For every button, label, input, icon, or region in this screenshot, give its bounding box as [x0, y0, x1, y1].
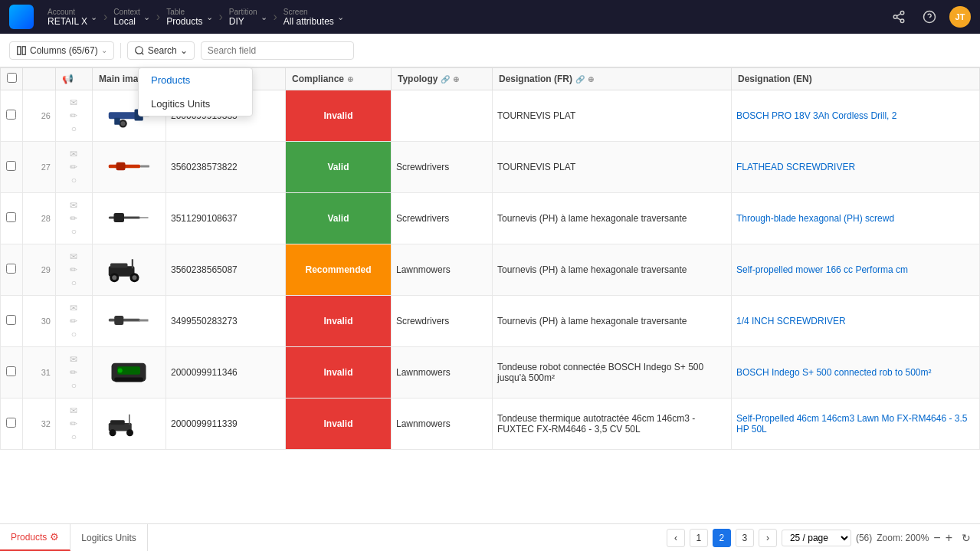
designation-fr-cell: Tondeuse robot connectée BOSCH Indego S+… [492, 347, 731, 398]
row-checkbox[interactable] [6, 418, 16, 428]
ean-cell: 2000099911346 [166, 347, 285, 398]
compliance-cell: Invalid [285, 296, 391, 347]
svg-rect-32 [115, 316, 124, 325]
svg-rect-11 [109, 112, 138, 119]
svg-rect-18 [140, 165, 149, 167]
designation-fr-col-label: Designation (FR) [499, 74, 572, 84]
partition-label: Partition [229, 8, 257, 16]
page-3-button[interactable]: 3 [736, 529, 754, 547]
edit-icon[interactable]: ✏ [70, 418, 77, 429]
image-cell [92, 244, 166, 296]
per-page-select[interactable]: 25 / page 50 / page 100 / page [782, 530, 851, 546]
ean-cell: 2000099911339 [166, 398, 285, 450]
breadcrumb-account[interactable]: Account RETAIL X ⌄ [43, 8, 102, 27]
edit-icon[interactable]: ✏ [70, 213, 77, 224]
app-logo[interactable] [9, 5, 34, 29]
col-header-typology: Typology 🔗 ⊕ [391, 68, 492, 90]
row-checkbox[interactable] [6, 315, 16, 325]
footer-tab-logistics[interactable]: Logitics Units [70, 524, 147, 551]
message-icon[interactable]: ✉ [70, 149, 77, 159]
col-header-designation-fr: Designation (FR) 🔗 ⊕ [492, 68, 731, 90]
row-checkbox-cell [1, 244, 23, 296]
edit-icon[interactable]: ✏ [70, 316, 77, 326]
table-row: 32 ✉ ✏ ○ 2000099911339 Invalid Lawnmower… [1, 398, 980, 450]
columns-button[interactable]: Columns (65/67) ⌄ [9, 41, 114, 60]
designation-fr-cell: Tournevis (PH) à lame hexagonale travers… [492, 296, 731, 347]
row-checkbox[interactable] [6, 212, 16, 222]
chevron-down-icon: ⌄ [337, 12, 344, 22]
page-1-button[interactable]: 1 [690, 529, 708, 547]
row-checkbox-cell [1, 347, 23, 398]
pagination: ‹ 1 2 3 › 25 / page 50 / page 100 / page… [667, 529, 980, 547]
select-all-checkbox[interactable] [7, 73, 17, 83]
circle-icon[interactable]: ○ [71, 123, 77, 134]
breadcrumb-separator-2: › [156, 10, 160, 24]
ean-cell: 3560238565087 [166, 244, 285, 296]
user-avatar[interactable]: JT [949, 6, 971, 28]
prev-page-button[interactable]: ‹ [667, 529, 685, 547]
svg-line-4 [896, 14, 900, 16]
search-dropdown-trigger[interactable]: Search ⌄ [127, 41, 195, 60]
zoom-in-button[interactable]: + [946, 531, 952, 545]
row-checkbox[interactable] [6, 161, 16, 171]
dropdown-item-products[interactable]: Products [139, 68, 252, 92]
circle-icon[interactable]: ○ [71, 277, 77, 288]
row-checkbox[interactable] [6, 366, 16, 376]
edit-icon[interactable]: ✏ [70, 264, 77, 275]
message-icon[interactable]: ✉ [70, 303, 77, 313]
context-label: Context [113, 8, 139, 16]
svg-rect-30 [109, 318, 140, 321]
circle-icon[interactable]: ○ [71, 380, 77, 391]
message-icon[interactable]: ✉ [70, 251, 77, 262]
footer-tabs: Products ⚙ Logitics Units [0, 524, 148, 551]
edit-icon[interactable]: ✏ [70, 367, 77, 378]
svg-rect-41 [110, 420, 125, 425]
row-actions-cell: ✉ ✏ ○ [55, 193, 92, 244]
row-checkbox-cell [1, 90, 23, 142]
breadcrumb-separator-3: › [219, 10, 223, 24]
refresh-button[interactable]: ↻ [962, 532, 971, 544]
message-icon[interactable]: ✉ [70, 97, 77, 108]
toolbar-divider [120, 43, 121, 58]
breadcrumb-screen[interactable]: Screen All attributes ⌄ [279, 8, 349, 27]
svg-point-38 [110, 429, 116, 436]
row-checkbox[interactable] [6, 264, 16, 274]
toolbar: Columns (65/67) ⌄ Search ⌄ Products Logi… [0, 34, 980, 67]
data-table-wrapper[interactable]: 📢 Main image 🔗 ⊕ EAN ⊕ [0, 67, 980, 523]
screen-value: All attributes [284, 16, 334, 27]
circle-icon[interactable]: ○ [71, 175, 77, 185]
breadcrumb-partition[interactable]: Partition DIY ⌄ [225, 8, 272, 27]
svg-rect-40 [129, 414, 130, 425]
designation-en-cell: BOSCH Indego S+ 500 connected rob to 500… [731, 347, 979, 398]
svg-point-27 [113, 275, 117, 280]
circle-icon[interactable]: ○ [71, 329, 77, 339]
help-icon[interactable] [919, 6, 940, 28]
svg-line-10 [141, 52, 143, 54]
image-cell [92, 142, 166, 193]
message-icon[interactable]: ✉ [70, 354, 77, 365]
row-number: 29 [22, 244, 55, 296]
message-icon[interactable]: ✉ [70, 200, 77, 211]
compliance-cell: Valid [285, 142, 391, 193]
breadcrumb-table[interactable]: Table Products ⌄ [162, 8, 217, 27]
circle-icon[interactable]: ○ [71, 226, 77, 237]
circle-icon[interactable]: ○ [71, 431, 77, 442]
share-icon[interactable] [888, 6, 910, 28]
row-checkbox[interactable] [6, 110, 16, 120]
settings-icon[interactable]: ⚙ [50, 531, 59, 543]
page-2-button[interactable]: 2 [713, 529, 731, 547]
dropdown-item-logistics[interactable]: Logitics Units [139, 92, 252, 116]
chevron-icon: ⌄ [180, 45, 188, 56]
zoom-out-button[interactable]: − [933, 531, 940, 545]
edit-icon[interactable]: ✏ [70, 110, 77, 121]
search-input[interactable] [201, 41, 354, 60]
edit-icon[interactable]: ✏ [70, 162, 77, 172]
table-label: Table [166, 8, 202, 16]
breadcrumb-context[interactable]: Context Local ⌄ [109, 8, 154, 27]
next-page-button[interactable]: › [759, 529, 777, 547]
megaphone-icon: 📢 [62, 74, 74, 84]
image-cell [92, 398, 166, 450]
footer-tab-products[interactable]: Products ⚙ [0, 524, 70, 551]
message-icon[interactable]: ✉ [70, 405, 77, 416]
svg-line-3 [896, 18, 900, 20]
